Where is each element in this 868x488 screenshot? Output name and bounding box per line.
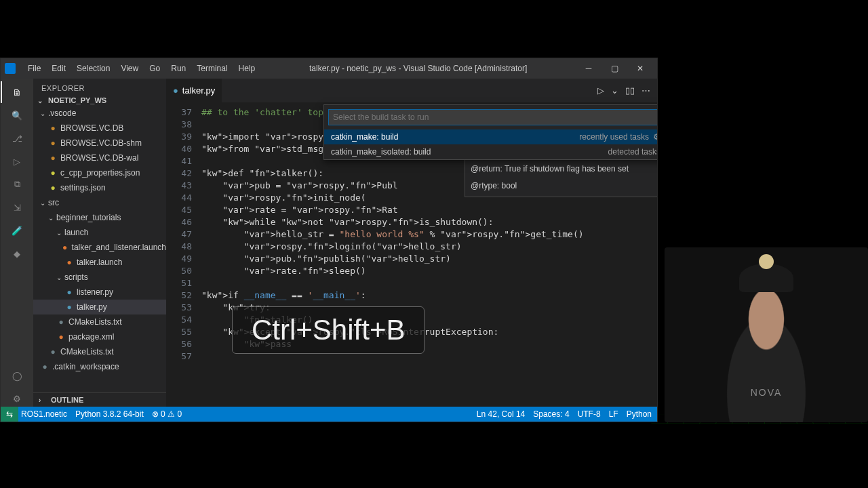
vscode-logo-icon (5, 63, 16, 74)
file-item[interactable]: ●CMakeLists.txt (33, 344, 166, 359)
file-item[interactable]: ●CMakeLists.txt (33, 314, 166, 329)
folder-item[interactable]: ⌄scripts (33, 270, 166, 285)
explorer-sidebar: EXPLORER ⌄NOETIC_PY_WS ⌄.vscode●BROWSE.V… (33, 79, 166, 407)
sidebar-title: EXPLORER (33, 79, 166, 95)
close-button[interactable]: ✕ (627, 59, 653, 78)
menubar: FileEditSelectionViewGoRunTerminalHelp (22, 61, 260, 76)
tree-label: c_cpp_properties.json (60, 168, 140, 178)
file-item[interactable]: ●listener.py (33, 285, 166, 300)
status-python[interactable]: Python 3.8.2 64-bit (75, 409, 144, 419)
tree-label: BROWSE.VC.DB-shm (60, 138, 142, 148)
line-numbers: 37 38 39 40 41 42 43 44 45 46 47 48 49 5… (166, 102, 201, 407)
file-icon: ● (64, 287, 74, 297)
task-picker-input[interactable] (328, 109, 657, 125)
editor: ● talker.py ▷ ⌄ ▯▯ ⋯ catkin_make: buildr… (166, 79, 657, 407)
tree-label: src (48, 198, 59, 207)
status-cursor[interactable]: Ln 42, Col 14 (477, 409, 525, 419)
search-icon[interactable]: 🔍 (9, 107, 25, 123)
task-option[interactable]: catkin_make: buildrecently used tasks⚙ (324, 129, 657, 144)
file-icon: ● (61, 243, 69, 252)
webcam-overlay: NOVA (665, 247, 868, 422)
more-actions-icon[interactable]: ⋯ (642, 85, 650, 96)
menu-edit[interactable]: Edit (46, 61, 71, 76)
status-problems[interactable]: ⊗ 0 ⚠ 0 (152, 409, 182, 419)
folder-item[interactable]: ⌄launch (33, 225, 166, 240)
status-encoding[interactable]: UTF-8 (578, 409, 601, 419)
folder-item[interactable]: ⌄.vscode (33, 106, 166, 121)
tab-bar: ● talker.py ▷ ⌄ ▯▯ ⋯ (166, 79, 657, 102)
tree-label: .catkin_workspace (52, 362, 119, 371)
vscode-window: FileEditSelectionViewGoRunTerminalHelp t… (0, 58, 658, 422)
status-language[interactable]: Python (627, 409, 652, 419)
menu-run[interactable]: Run (165, 61, 191, 76)
tree-label: .vscode (48, 108, 76, 118)
file-icon: ● (48, 153, 58, 163)
gear-icon[interactable]: ⚙ (653, 132, 657, 142)
menu-view[interactable]: View (115, 61, 144, 76)
file-item[interactable]: ●package.xml (33, 329, 166, 344)
folder-item[interactable]: ⌄src (33, 195, 166, 210)
extensions-icon[interactable]: ⧉ (9, 176, 25, 192)
file-icon: ● (56, 317, 66, 327)
menu-terminal[interactable]: Terminal (191, 61, 233, 76)
tree-label: launch (64, 228, 88, 237)
file-tree: ⌄.vscode●BROWSE.VC.DB●BROWSE.VC.DB-shm●B… (33, 106, 166, 392)
titlebar: FileEditSelectionViewGoRunTerminalHelp t… (1, 58, 657, 79)
tree-label: CMakeLists.txt (60, 347, 114, 357)
tree-label: listener.py (77, 287, 113, 297)
settings-gear-icon[interactable]: ⚙ (9, 390, 25, 407)
status-ros[interactable]: ROS1.noetic (21, 409, 67, 419)
file-item[interactable]: ●c_cpp_properties.json (33, 165, 166, 180)
file-item[interactable]: ●talker.launch (33, 255, 166, 270)
explorer-icon[interactable]: 🗎 (9, 84, 25, 100)
window-title: talker.py - noetic_py_ws - Visual Studio… (263, 64, 573, 73)
keystroke-overlay: Ctrl+Shift+B (232, 306, 425, 354)
file-item[interactable]: ●settings.json (33, 180, 166, 195)
task-picker: catkin_make: buildrecently used tasks⚙ca… (323, 104, 657, 160)
file-item[interactable]: ●talker_and_listener.launch (33, 240, 166, 255)
run-button[interactable]: ▷ (597, 85, 604, 96)
file-icon: ● (40, 362, 50, 371)
tree-label: settings.json (60, 183, 106, 192)
tab-label: talker.py (182, 85, 215, 96)
file-icon: ● (64, 258, 74, 267)
testing-icon[interactable]: 🧪 (9, 222, 25, 239)
hover-body-line: @return: True if shutdown flag has been … (471, 163, 657, 176)
tree-label: BROWSE.VC.DB (60, 123, 123, 133)
docker-icon[interactable]: ◆ (9, 245, 25, 262)
file-icon: ● (48, 168, 58, 178)
status-indent[interactable]: Spaces: 4 (533, 409, 569, 419)
maximize-button[interactable]: ▢ (601, 59, 627, 78)
webcam-shirt-text: NOVA (751, 387, 783, 398)
outline-section[interactable]: ›OUTLINE (33, 392, 166, 407)
activity-bar: 🗎 🔍 ⎇ ▷ ⧉ ⇲ 🧪 ◆ ◯ ⚙ (1, 79, 33, 407)
file-item[interactable]: ●talker.py (33, 300, 166, 314)
workspace-root[interactable]: ⌄NOETIC_PY_WS (33, 95, 166, 106)
menu-selection[interactable]: Selection (71, 61, 115, 76)
file-icon: ● (64, 302, 74, 312)
menu-go[interactable]: Go (144, 61, 165, 76)
tab-talker-py[interactable]: ● talker.py (166, 79, 222, 102)
source-control-icon[interactable]: ⎇ (9, 130, 25, 146)
menu-help[interactable]: Help (233, 61, 261, 76)
file-item[interactable]: ●BROWSE.VC.DB (33, 121, 166, 136)
chevron-down-icon[interactable]: ⌄ (611, 85, 618, 96)
status-eol[interactable]: LF (609, 409, 618, 419)
file-item[interactable]: ●.catkin_workspace (33, 359, 166, 374)
task-option[interactable]: catkin_make_isolated: builddetected task… (324, 144, 657, 159)
file-item[interactable]: ●BROWSE.VC.DB-shm (33, 136, 166, 150)
remote-icon[interactable]: ⇲ (9, 199, 25, 216)
tree-label: talker.py (77, 302, 107, 312)
remote-indicator[interactable]: ⇆ (1, 407, 18, 422)
split-editor-icon[interactable]: ▯▯ (625, 85, 635, 96)
folder-item[interactable]: ⌄beginner_tutorials (33, 210, 166, 225)
run-debug-icon[interactable]: ▷ (9, 153, 25, 169)
menu-file[interactable]: File (22, 61, 46, 76)
tree-label: package.xml (68, 332, 114, 342)
status-bar: ⇆ ROS1.noetic Python 3.8.2 64-bit ⊗ 0 ⚠ … (1, 407, 657, 422)
minimize-button[interactable]: ─ (576, 59, 601, 78)
file-icon: ● (56, 332, 66, 342)
tree-label: beginner_tutorials (56, 213, 121, 222)
accounts-icon[interactable]: ◯ (9, 367, 25, 384)
file-item[interactable]: ●BROWSE.VC.DB-wal (33, 150, 166, 165)
